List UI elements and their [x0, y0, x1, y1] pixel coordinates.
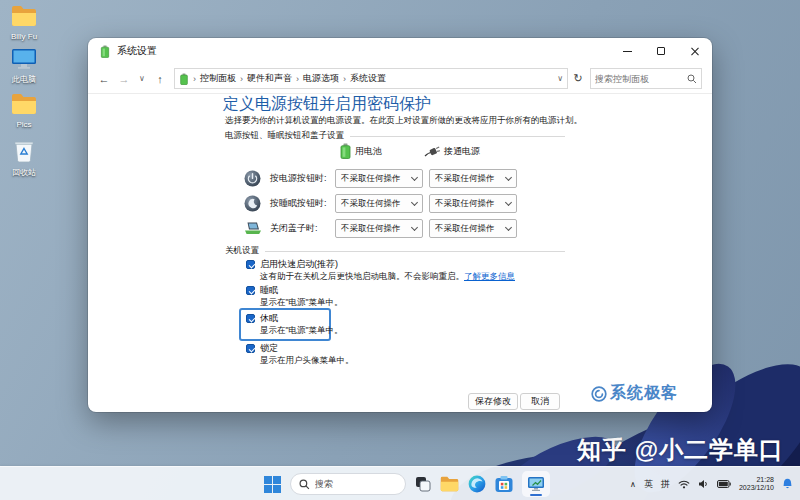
desktop-icon-this-pc[interactable]: 此电脑: [2, 48, 46, 84]
notification-bell-icon[interactable]: [782, 478, 793, 490]
sleep-button-icon: [244, 195, 262, 212]
close-lid-battery-dropdown[interactable]: 不采取任何操作: [335, 219, 423, 238]
option-description: 这有助于在关机之后更快地启动电脑。不会影响重启。了解更多信息: [260, 271, 515, 282]
window-titlebar[interactable]: 系统设置: [88, 38, 712, 64]
power-button-plugged-dropdown[interactable]: 不采取任何操作: [429, 169, 517, 188]
control-panel-search-input[interactable]: [595, 74, 687, 84]
desktop-icon-recycle-bin[interactable]: 回收站: [2, 139, 46, 177]
chevron-down-icon: [505, 198, 512, 205]
start-button[interactable]: [264, 476, 281, 493]
address-power-options-icon: [179, 73, 189, 85]
page-description: 选择要为你的计算机设置的电源设置。在此页上对设置所做的更改将应用于你所有的电源计…: [225, 115, 582, 127]
learn-more-link[interactable]: 了解更多信息: [464, 271, 515, 281]
row-label: 关闭盖子时:: [270, 222, 335, 235]
taskbar-searchbox[interactable]: [290, 473, 406, 495]
breadcrumb-separator: ›: [294, 74, 301, 84]
section-divider: [265, 251, 565, 252]
plugged-in-column-header: 接通电源: [424, 145, 480, 158]
breadcrumb-control-panel[interactable]: 控制面板: [198, 72, 238, 85]
option-description: 显示在"电源"菜单中。: [260, 297, 515, 308]
chevron-down-icon: [411, 198, 418, 205]
sleep-button-plugged-dropdown[interactable]: 不采取任何操作: [429, 194, 517, 213]
chevron-down-icon: [505, 223, 512, 230]
search-icon: [687, 74, 697, 84]
edge-browser-icon[interactable]: [468, 475, 486, 493]
option-description: 显示在"电源"菜单中。: [260, 325, 324, 336]
close-button[interactable]: [678, 38, 712, 64]
tray-overflow-chevron[interactable]: ∧: [630, 480, 636, 489]
hibernate-checkbox[interactable]: [246, 314, 255, 323]
control-panel-searchbox[interactable]: [590, 68, 702, 89]
breadcrumb-separator: ›: [191, 74, 198, 84]
breadcrumb-hardware-sound[interactable]: 硬件和声音: [245, 72, 294, 85]
window-title: 系统设置: [117, 44, 157, 58]
option-description: 显示在用户头像菜单中。: [260, 355, 515, 366]
page-content: 定义电源按钮并启用密码保护 选择要为你的计算机设置的电源设置。在此页上对设置所做…: [88, 94, 712, 412]
recycle-bin-icon: [13, 149, 35, 166]
desktop-icon-label: Billy Fu: [2, 32, 46, 41]
sleep-option: 睡眠 显示在"电源"菜单中。: [246, 284, 515, 308]
lid-icon: [244, 221, 262, 236]
task-view-icon[interactable]: [415, 476, 431, 492]
plug-icon: [424, 145, 440, 157]
lock-checkbox[interactable]: [246, 344, 255, 353]
this-pc-icon: [11, 56, 37, 73]
sleep-checkbox[interactable]: [246, 286, 255, 295]
row-label: 按电源按钮时:: [270, 172, 335, 185]
zhihu-watermark: 知乎 @小二学单口: [577, 434, 784, 466]
search-icon: [299, 479, 310, 490]
breadcrumb-system-settings[interactable]: 系统设置: [348, 72, 388, 85]
taskbar: ∧ 英 拼 21:28 2023/12/10: [0, 466, 800, 500]
power-button-battery-dropdown[interactable]: 不采取任何操作: [335, 169, 423, 188]
clock[interactable]: 21:28 2023/12/10: [739, 476, 774, 493]
forward-button[interactable]: →: [114, 73, 134, 85]
ime-mode-indicator[interactable]: 拼: [661, 478, 670, 491]
sleep-button-battery-dropdown[interactable]: 不采取任何操作: [335, 194, 423, 213]
desktop-icon-label: Pics: [2, 120, 46, 129]
brand-logo-icon: [591, 386, 607, 402]
page-title: 定义电源按钮并启用密码保护: [223, 94, 431, 115]
power-button-icon: [244, 170, 262, 187]
refresh-icon[interactable]: ↻: [568, 72, 588, 85]
taskbar-search-input[interactable]: [315, 479, 385, 489]
navigation-toolbar: ← → ∨ ↑ › 控制面板 › 硬件和声音 › 电源选项 › 系统设置 ∨ ↻: [88, 64, 712, 94]
settings-window: 系统设置 ← → ∨ ↑ › 控制面板 › 硬件和声音 › 电源选项 › 系统设…: [88, 38, 712, 412]
close-lid-plugged-dropdown[interactable]: 不采取任何操作: [429, 219, 517, 238]
ime-language-indicator[interactable]: 英: [644, 478, 653, 491]
chevron-down-icon: [411, 173, 418, 180]
desktop-icon-billy-fu[interactable]: Billy Fu: [2, 5, 46, 41]
speaker-icon[interactable]: [698, 479, 709, 489]
maximize-button[interactable]: [644, 38, 678, 64]
shutdown-section-header: 关机设置: [225, 245, 565, 257]
row-label: 按睡眠按钮时:: [270, 197, 335, 210]
lock-option: 锁定 显示在用户头像菜单中。: [246, 342, 515, 366]
fast-startup-checkbox[interactable]: [246, 260, 255, 269]
hibernate-option-highlighted: 休眠 显示在"电源"菜单中。: [239, 308, 331, 341]
breadcrumb-separator: ›: [341, 74, 348, 84]
address-bar[interactable]: › 控制面板 › 硬件和声音 › 电源选项 › 系统设置 ∨: [174, 68, 568, 89]
power-settings-rows: 按电源按钮时: 不采取任何操作 不采取任何操作 按睡眠按钮时: 不采取任何操作: [244, 166, 517, 241]
recent-pages-dropdown-icon[interactable]: ∨: [134, 74, 150, 83]
brand-watermark: 系统极客: [591, 383, 678, 404]
clock-time: 21:28: [739, 476, 774, 485]
file-explorer-icon[interactable]: [440, 476, 459, 492]
breadcrumb-power-options[interactable]: 电源选项: [301, 72, 341, 85]
clock-date: 2023/12/10: [739, 484, 774, 493]
back-button[interactable]: ←: [94, 73, 114, 85]
close-lid-row: 关闭盖子时: 不采取任何操作 不采取任何操作: [244, 216, 517, 241]
battery-tray-icon[interactable]: [717, 480, 731, 488]
microsoft-store-icon[interactable]: [495, 475, 513, 493]
wifi-icon[interactable]: [678, 479, 690, 489]
address-dropdown-icon[interactable]: ∨: [557, 74, 563, 83]
save-changes-button[interactable]: 保存修改: [468, 393, 518, 410]
up-button[interactable]: ↑: [150, 73, 170, 85]
cancel-button[interactable]: 取消: [520, 393, 560, 410]
power-button-row: 按电源按钮时: 不采取任何操作 不采取任何操作: [244, 166, 517, 191]
minimize-button[interactable]: [610, 38, 644, 64]
folder-icon: [11, 13, 37, 30]
battery-icon: [340, 143, 351, 159]
desktop-icon-pics[interactable]: Pics: [2, 93, 46, 129]
column-headers: 用电池 接通电源: [340, 143, 480, 159]
section-divider: [350, 136, 565, 137]
active-app-system-settings[interactable]: [522, 471, 550, 497]
